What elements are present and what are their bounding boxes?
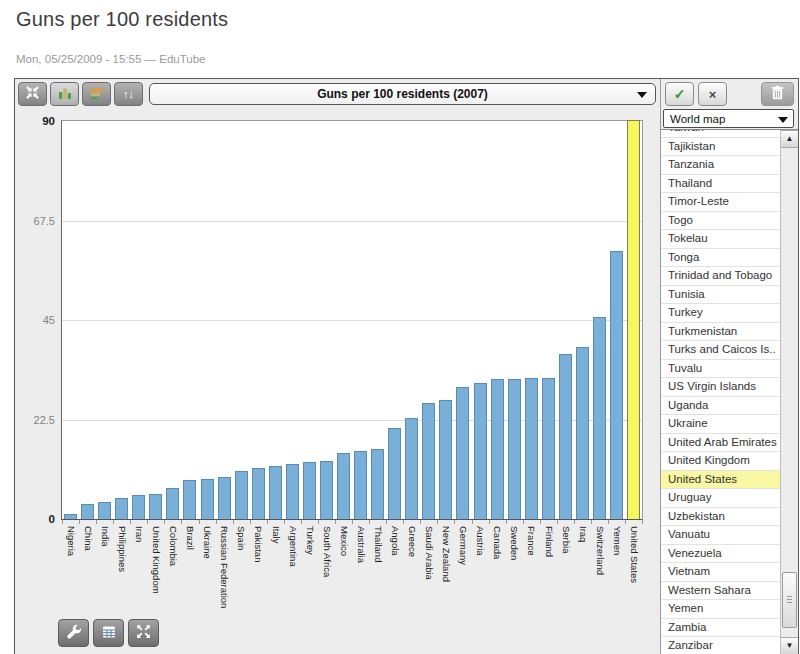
bar-slot bbox=[79, 121, 96, 519]
list-item-united-states[interactable]: United States bbox=[661, 471, 780, 490]
chart-widget: ↑↓ Guns per 100 residents (2007) 022.545… bbox=[14, 78, 799, 654]
list-item-united-arab-emirates[interactable]: United Arab Emirates bbox=[661, 434, 780, 453]
bar-india[interactable] bbox=[98, 502, 111, 519]
bar-new-zealand[interactable] bbox=[439, 400, 452, 520]
list-item-turks-and-caicos-is[interactable]: Turks and Caicos Is.. bbox=[661, 341, 780, 360]
bar-serbia[interactable] bbox=[559, 354, 572, 519]
bar-austria[interactable] bbox=[474, 383, 487, 519]
list-item-yemen[interactable]: Yemen bbox=[661, 600, 780, 619]
x-axis-label-austria: Austria bbox=[475, 526, 485, 556]
bar-united-kingdom[interactable] bbox=[149, 494, 162, 519]
cancel-button[interactable]: × bbox=[698, 82, 727, 106]
bar-slot bbox=[625, 121, 642, 519]
bar-iran[interactable] bbox=[132, 495, 145, 519]
bar-spain[interactable] bbox=[235, 471, 248, 519]
list-item-venezuela[interactable]: Venezuela bbox=[661, 545, 780, 564]
bar-turkey[interactable] bbox=[303, 462, 316, 519]
expand-button[interactable] bbox=[128, 619, 159, 647]
x-axis-label-spain: Spain bbox=[236, 526, 246, 550]
axis-tick bbox=[182, 520, 199, 524]
list-item-vanuatu[interactable]: Vanuatu bbox=[661, 526, 780, 545]
bar-united-states[interactable] bbox=[627, 120, 640, 519]
list-item-us-virgin-islands[interactable]: US Virgin Islands bbox=[661, 378, 780, 397]
delete-button[interactable] bbox=[761, 82, 794, 106]
bar-france[interactable] bbox=[525, 378, 538, 519]
bar-russian-federation[interactable] bbox=[218, 477, 231, 519]
bar-yemen[interactable] bbox=[610, 251, 623, 519]
chevron-down-icon bbox=[778, 117, 788, 123]
list-item-tajikistan[interactable]: Tajikistan bbox=[661, 138, 780, 157]
x-axis-label-switzerland: Switzerland bbox=[594, 526, 604, 575]
x-label-slot: Thailand bbox=[369, 526, 386, 638]
list-item-zambia[interactable]: Zambia bbox=[661, 619, 780, 638]
bar-brazil[interactable] bbox=[183, 480, 196, 519]
bar-philippines[interactable] bbox=[115, 498, 128, 519]
list-item-vietnam[interactable]: Vietnam bbox=[661, 563, 780, 582]
bar-greece[interactable] bbox=[405, 418, 418, 519]
bar-nigeria[interactable] bbox=[64, 514, 77, 519]
bar-slot bbox=[181, 121, 198, 519]
bar-china[interactable] bbox=[81, 504, 94, 519]
list-item-tuvalu[interactable]: Tuvalu bbox=[661, 360, 780, 379]
bar-finland[interactable] bbox=[542, 378, 555, 519]
bar-australia[interactable] bbox=[354, 451, 367, 519]
x-label-slot: Turkey bbox=[301, 526, 318, 638]
list-item-tanzania[interactable]: Tanzania bbox=[661, 156, 780, 175]
bars-container bbox=[62, 121, 642, 519]
collapse-button[interactable] bbox=[18, 82, 47, 106]
list-item-uganda[interactable]: Uganda bbox=[661, 397, 780, 416]
chart-select[interactable]: Guns per 100 residents (2007) bbox=[149, 83, 656, 105]
scroll-up-button[interactable]: ▲ bbox=[781, 130, 798, 148]
map-select[interactable]: World map bbox=[663, 109, 794, 128]
bar-angola[interactable] bbox=[388, 428, 401, 519]
list-item-taiwan[interactable]: Taiwan bbox=[661, 130, 780, 138]
list-item-tokelau[interactable]: Tokelau bbox=[661, 230, 780, 249]
chart-select-value: Guns per 100 residents (2007) bbox=[317, 87, 488, 101]
list-item-turkmenistan[interactable]: Turkmenistan bbox=[661, 323, 780, 342]
bar-slot bbox=[318, 121, 335, 519]
axis-tick bbox=[148, 520, 165, 524]
list-item-uruguay[interactable]: Uruguay bbox=[661, 489, 780, 508]
scrollbar-thumb[interactable] bbox=[782, 572, 797, 628]
scroll-down-button[interactable]: ▼ bbox=[781, 637, 798, 654]
bar-canada[interactable] bbox=[491, 379, 504, 519]
list-item-thailand[interactable]: Thailand bbox=[661, 175, 780, 194]
x-label-slot: United States bbox=[625, 526, 642, 638]
list-item-western-sahara[interactable]: Western Sahara bbox=[661, 582, 780, 601]
bar-colombia[interactable] bbox=[166, 488, 179, 519]
bar-mexico[interactable] bbox=[337, 453, 350, 519]
sort-button[interactable]: ↑↓ bbox=[114, 82, 143, 106]
list-item-united-kingdom[interactable]: United Kingdom bbox=[661, 452, 780, 471]
vertical-bar-chart-button[interactable] bbox=[50, 82, 79, 106]
list-item-timor-leste[interactable]: Timor-Leste bbox=[661, 193, 780, 212]
list-item-uzbekistan[interactable]: Uzbekistan bbox=[661, 508, 780, 527]
bar-pakistan[interactable] bbox=[252, 468, 265, 519]
apply-button[interactable]: ✓ bbox=[665, 82, 694, 106]
list-item-turkey[interactable]: Turkey bbox=[661, 304, 780, 323]
bar-south-africa[interactable] bbox=[320, 461, 333, 519]
settings-button[interactable] bbox=[58, 619, 89, 647]
bar-argentina[interactable] bbox=[286, 464, 299, 519]
x-label-slot: Greece bbox=[403, 526, 420, 638]
bar-thailand[interactable] bbox=[371, 449, 384, 519]
bar-slot bbox=[267, 121, 284, 519]
bar-sweden[interactable] bbox=[508, 379, 521, 519]
bar-saudi-arabia[interactable] bbox=[422, 403, 435, 519]
horizontal-bar-chart-button[interactable] bbox=[82, 82, 111, 106]
list-item-trinidad-and-tobago[interactable]: Trinidad and Tobago bbox=[661, 267, 780, 286]
data-table-button[interactable] bbox=[93, 619, 124, 647]
bar-germany[interactable] bbox=[456, 387, 469, 519]
list-item-togo[interactable]: Togo bbox=[661, 212, 780, 231]
x-label-slot: Yemen bbox=[608, 526, 625, 638]
bar-italy[interactable] bbox=[269, 466, 282, 519]
bar-iraq[interactable] bbox=[576, 347, 589, 519]
x-label-slot: Pakistan bbox=[250, 526, 267, 638]
list-item-zanzibar[interactable]: Zanzibar bbox=[661, 637, 780, 654]
list-item-tonga[interactable]: Tonga bbox=[661, 249, 780, 268]
list-item-ukraine[interactable]: Ukraine bbox=[661, 415, 780, 434]
bar-switzerland[interactable] bbox=[593, 317, 606, 519]
list-item-tunisia[interactable]: Tunisia bbox=[661, 286, 780, 305]
country-list-scrollbar[interactable]: ▲ ▼ bbox=[780, 130, 798, 654]
axis-tick bbox=[455, 520, 472, 524]
bar-ukraine[interactable] bbox=[201, 479, 214, 519]
